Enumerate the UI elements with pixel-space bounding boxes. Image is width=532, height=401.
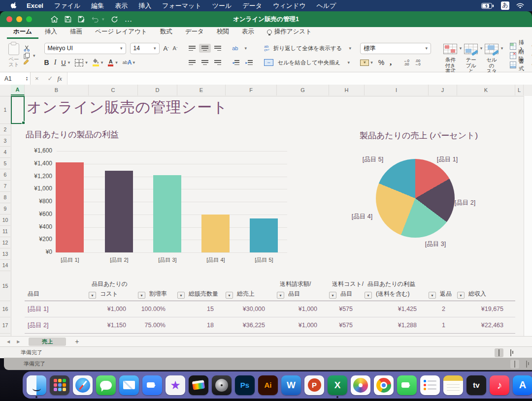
paste-button[interactable]: ペースト	[5, 43, 23, 68]
filter-dropdown-icon[interactable]: ▼	[329, 292, 336, 299]
align-bottom-icon[interactable]	[212, 44, 224, 53]
dock-item-illustrator[interactable]: Ai	[258, 375, 278, 395]
decrease-font-icon[interactable]: Aˇ	[173, 45, 178, 51]
normal-view-button[interactable]	[495, 348, 503, 357]
dock-item-launchpad[interactable]	[50, 375, 69, 395]
table-cell[interactable]: ¥575	[329, 301, 365, 317]
ribbon-tab-操作アシスト[interactable]: 操作アシスト	[261, 26, 318, 39]
align-middle-icon[interactable]	[199, 44, 211, 53]
wifi-icon[interactable]	[516, 3, 524, 9]
column-header-D[interactable]: D	[138, 85, 177, 95]
menu-item-file[interactable]: ファイル	[49, 1, 86, 10]
row-header-17[interactable]: 17	[0, 317, 10, 334]
dock-item-facetime[interactable]	[397, 375, 417, 395]
dock-item-photoshop[interactable]: Ps	[235, 375, 255, 395]
dock-item-reminders[interactable]	[420, 375, 440, 395]
ribbon-tab-ページ レイアウト[interactable]: ページ レイアウト	[89, 26, 154, 39]
prev-sheet-icon[interactable]: ◀	[7, 339, 10, 344]
comma-style-icon[interactable]: ,	[390, 58, 392, 67]
dock-item-app-store[interactable]: A	[513, 375, 532, 395]
selected-cell-a1[interactable]	[11, 96, 25, 124]
dock-item-safari[interactable]	[73, 375, 93, 395]
row-header-12[interactable]: 12	[0, 237, 10, 248]
dock-item-zoom[interactable]	[142, 375, 162, 395]
dock-item-messages[interactable]	[96, 375, 116, 395]
row-header-8[interactable]: 8	[0, 192, 10, 203]
text-effects-icon[interactable]: abA	[123, 59, 132, 66]
filter-dropdown-icon[interactable]: ▼	[277, 292, 284, 299]
row-header-16[interactable]: 16	[0, 301, 10, 317]
ribbon-tab-表示[interactable]: 表示	[235, 26, 261, 39]
percent-style-icon[interactable]: %	[378, 59, 384, 66]
row-header-11[interactable]: 11	[0, 226, 10, 237]
column-header-A[interactable]: A	[11, 85, 25, 95]
underline-button[interactable]: U	[61, 59, 66, 66]
increase-decimal-icon[interactable]: ←0.00	[403, 59, 409, 66]
table-cell[interactable]: ¥1,000	[89, 301, 138, 317]
sheet-tab-sales[interactable]: 売上	[29, 338, 66, 346]
row-header-5[interactable]: 5	[0, 158, 10, 169]
filter-dropdown-icon[interactable]: ▼	[138, 292, 145, 299]
column-header-B[interactable]: B	[25, 85, 89, 95]
copy-icon[interactable]: ▾	[24, 53, 35, 59]
sales-pie-chart[interactable]: 製品あたりの売上 (パーセント) [品目 1][品目 2][品目 3][品目 4…	[345, 129, 493, 255]
borders-icon[interactable]	[75, 59, 83, 66]
menu-item-data[interactable]: データ	[237, 1, 267, 10]
column-header-E[interactable]: E	[177, 85, 226, 95]
table-cell[interactable]: 100.00%	[138, 301, 177, 317]
menu-item-edit[interactable]: 編集	[86, 1, 109, 10]
dock-item-photos[interactable]	[351, 375, 370, 395]
dock-item-word[interactable]: W	[281, 375, 301, 395]
format-cells-button[interactable]: 書式▾	[510, 61, 532, 68]
ribbon-tab-データ[interactable]: データ	[179, 26, 210, 39]
row-header-4[interactable]: 4	[0, 147, 10, 158]
dock-item-chrome[interactable]	[374, 375, 394, 395]
ribbon-tab-校閲[interactable]: 校閲	[210, 26, 235, 39]
accounting-format-icon[interactable]: ¥	[360, 60, 369, 66]
next-sheet-icon[interactable]: ▶	[17, 339, 20, 344]
align-center-icon[interactable]	[199, 58, 211, 67]
table-cell[interactable]: 2	[429, 301, 457, 317]
filter-dropdown-icon[interactable]: ▼	[226, 292, 233, 299]
dock-item-final-cut-pro[interactable]	[189, 375, 208, 395]
filter-dropdown-icon[interactable]: ▼	[177, 292, 185, 299]
align-left-icon[interactable]	[186, 58, 198, 67]
apple-menu[interactable]	[7, 1, 21, 10]
table-cell[interactable]: ¥1,150	[89, 317, 138, 334]
format-painter-icon[interactable]	[24, 59, 35, 66]
decrease-indent-icon[interactable]: ◂	[230, 58, 242, 67]
ribbon-tab-挿入[interactable]: 挿入	[38, 26, 64, 39]
dock-item-finder[interactable]	[27, 375, 46, 395]
bar-[品目 2][interactable]	[105, 171, 133, 252]
table-row-label[interactable]: [品目 2]	[25, 317, 89, 334]
orientation-icon[interactable]: ab	[230, 43, 240, 53]
italic-button[interactable]: I	[54, 59, 57, 66]
filter-dropdown-icon[interactable]: ▼	[89, 292, 96, 299]
row-header-7[interactable]: 7	[0, 181, 10, 192]
filter-dropdown-icon[interactable]: ▼	[429, 292, 436, 299]
page-layout-view-button[interactable]	[506, 348, 515, 357]
row-header-2[interactable]: 2	[0, 124, 10, 135]
table-cell[interactable]: ¥1,000	[277, 301, 329, 317]
ribbon-tab-描画[interactable]: 描画	[64, 26, 89, 39]
bar-[品目 4][interactable]	[201, 215, 230, 252]
sheet-title[interactable]: オンライン販売の管理シート	[27, 97, 228, 118]
number-format-select[interactable]: 標準▾	[360, 43, 431, 54]
column-header-H[interactable]: H	[329, 85, 365, 95]
menu-item-help[interactable]: ヘルプ	[311, 1, 341, 10]
increase-font-icon[interactable]: Aˆ	[164, 45, 169, 52]
table-cell[interactable]: ¥1,288	[365, 317, 429, 334]
filter-dropdown-icon[interactable]: ▼	[365, 292, 372, 299]
dock-item-powerpoint[interactable]: P	[304, 375, 324, 395]
menu-item-view[interactable]: 表示	[109, 1, 133, 10]
column-header-K[interactable]: K	[457, 85, 515, 95]
table-cell[interactable]: ¥30,000	[226, 301, 277, 317]
column-header-I[interactable]: I	[365, 85, 429, 95]
menu-item-insert[interactable]: 挿入	[133, 1, 157, 10]
row-headers[interactable]: 1234567891011121314151617	[0, 96, 11, 336]
table-cell[interactable]: 1	[429, 317, 457, 334]
name-box-stepper[interactable]: ▴▾	[26, 76, 28, 81]
row-header-3[interactable]: 3	[0, 135, 10, 147]
dock-item-mail[interactable]	[119, 375, 139, 395]
column-header-F[interactable]: F	[226, 85, 277, 95]
